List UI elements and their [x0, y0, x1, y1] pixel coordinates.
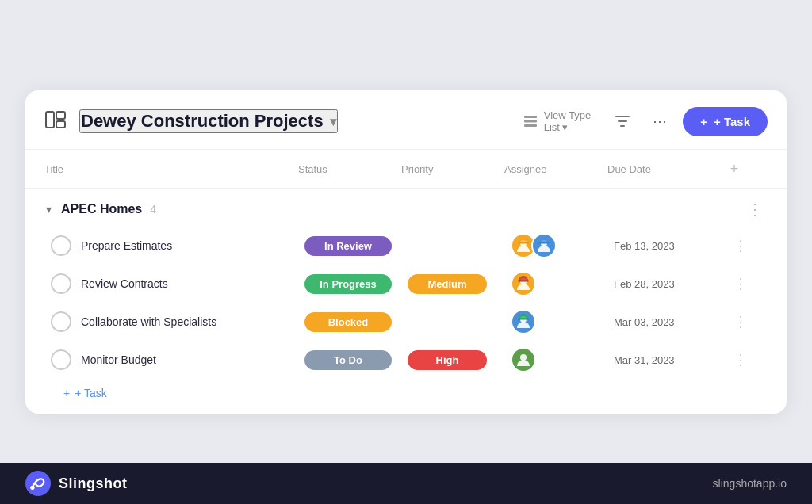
group-more-button[interactable]: ⋮ — [742, 198, 768, 220]
svg-rect-5 — [524, 124, 537, 127]
col-assignee: Assignee — [504, 163, 607, 175]
person-avatar-icon — [536, 238, 552, 254]
person-avatar-icon — [515, 352, 531, 368]
add-column-button[interactable]: + — [723, 158, 745, 180]
table-header: Title Status Priority Assignee Due Date … — [25, 150, 787, 189]
project-name: Dewey Construction Projects — [81, 111, 324, 132]
task-checkbox[interactable] — [51, 349, 71, 370]
assignee-cell — [511, 271, 614, 296]
col-title: Title — [44, 163, 298, 175]
task-name: Prepare Estimates — [81, 239, 172, 252]
person-avatar-icon — [515, 238, 531, 254]
priority-badge: High — [408, 350, 487, 370]
priority-badge: Medium — [408, 274, 487, 294]
task-name: Collaborate with Specialists — [81, 315, 216, 328]
more-options-button[interactable]: ⋯ — [646, 106, 673, 136]
task-status: In Progress — [304, 274, 408, 294]
due-date: Feb 28, 2023 — [614, 278, 725, 290]
svg-rect-2 — [56, 121, 65, 128]
table-row: Review Contracts In Progress Medium F — [32, 265, 780, 303]
footer-brand-name: Slingshot — [59, 475, 128, 492]
svg-rect-7 — [518, 242, 529, 244]
task-status: To Do — [304, 350, 408, 370]
filter-button[interactable] — [608, 107, 637, 136]
plus-icon: + — [700, 115, 707, 128]
table-row: Collaborate with Specialists Blocked Mar… — [32, 303, 780, 341]
project-title-button[interactable]: Dewey Construction Projects ▾ — [79, 109, 338, 133]
avatar — [511, 309, 536, 334]
table-row: Prepare Estimates In Review — [32, 227, 780, 265]
col-status: Status — [298, 163, 401, 175]
svg-rect-4 — [524, 120, 537, 123]
task-status: Blocked — [304, 312, 408, 332]
group-collapse-button[interactable]: ▾ — [44, 201, 53, 217]
task-checkbox[interactable] — [51, 311, 71, 332]
due-date: Mar 31, 2023 — [614, 354, 725, 366]
more-icon: ⋯ — [653, 113, 667, 130]
svg-rect-11 — [518, 281, 529, 282]
view-type-value: List ▾ — [544, 121, 568, 133]
col-priority: Priority — [401, 163, 504, 175]
task-checkbox[interactable] — [51, 273, 71, 294]
footer-logo: Slingshot — [25, 471, 128, 496]
col-due-date: Due Date — [607, 163, 718, 175]
group-count: 4 — [150, 203, 156, 216]
add-task-link-button[interactable]: + + Task — [63, 387, 107, 399]
main-container: Dewey Construction Projects ▾ View Type … — [0, 0, 812, 504]
plus-icon: + — [63, 387, 70, 399]
status-badge: Blocked — [304, 312, 392, 332]
avatar — [511, 271, 536, 296]
card-header: Dewey Construction Projects ▾ View Type … — [25, 90, 787, 151]
group-title: APEC Homes — [61, 202, 142, 216]
task-priority: Medium — [408, 274, 511, 294]
svg-rect-0 — [46, 112, 54, 128]
row-more-button[interactable]: ⋮ — [725, 237, 756, 254]
assignee-cell — [511, 347, 614, 372]
person-avatar-icon — [515, 314, 531, 330]
project-card: Dewey Construction Projects ▾ View Type … — [25, 90, 787, 414]
svg-point-15 — [25, 471, 51, 496]
row-more-button[interactable]: ⋮ — [725, 351, 756, 368]
task-priority: High — [408, 350, 511, 370]
svg-point-14 — [520, 354, 527, 361]
task-name: Monitor Budget — [81, 353, 156, 366]
sidebar-icon — [44, 109, 70, 134]
svg-rect-3 — [524, 116, 537, 118]
due-date: Feb 13, 2023 — [614, 240, 725, 252]
list-view-icon — [523, 114, 538, 128]
chevron-down-icon-small: ▾ — [562, 121, 568, 133]
svg-rect-9 — [538, 242, 550, 244]
svg-rect-1 — [56, 112, 65, 119]
avatar — [511, 347, 536, 372]
filter-icon — [615, 113, 630, 129]
view-type-label: View Type — [544, 109, 592, 122]
add-task-row: + + Task — [25, 379, 787, 414]
avatar — [531, 233, 557, 258]
table-row: Monitor Budget To Do High Mar 31, 2023 ⋮ — [32, 341, 780, 379]
status-badge: To Do — [304, 350, 392, 370]
person-avatar-icon — [515, 276, 531, 292]
due-date: Mar 03, 2023 — [614, 316, 725, 328]
footer-url: slingshotapp.io — [713, 477, 787, 490]
status-badge: In Review — [304, 236, 392, 256]
status-badge: In Progress — [304, 274, 392, 294]
task-name: Review Contracts — [81, 277, 168, 290]
assignee-cell — [511, 309, 614, 334]
view-type-button[interactable]: View Type List ▾ — [515, 105, 599, 139]
group-row: ▾ APEC Homes 4 ⋮ — [25, 189, 787, 227]
svg-point-16 — [30, 486, 34, 490]
row-more-button[interactable]: ⋮ — [725, 313, 756, 330]
assignee-cell — [511, 233, 614, 258]
task-checkbox[interactable] — [51, 235, 71, 256]
add-task-button[interactable]: + + Task — [683, 107, 768, 136]
footer-bar: Slingshot slingshotapp.io — [0, 463, 812, 504]
task-status: In Review — [304, 236, 408, 256]
chevron-down-icon: ▾ — [330, 114, 336, 129]
row-more-button[interactable]: ⋮ — [725, 275, 756, 292]
slingshot-logo-icon — [25, 471, 51, 496]
svg-rect-13 — [518, 319, 529, 320]
